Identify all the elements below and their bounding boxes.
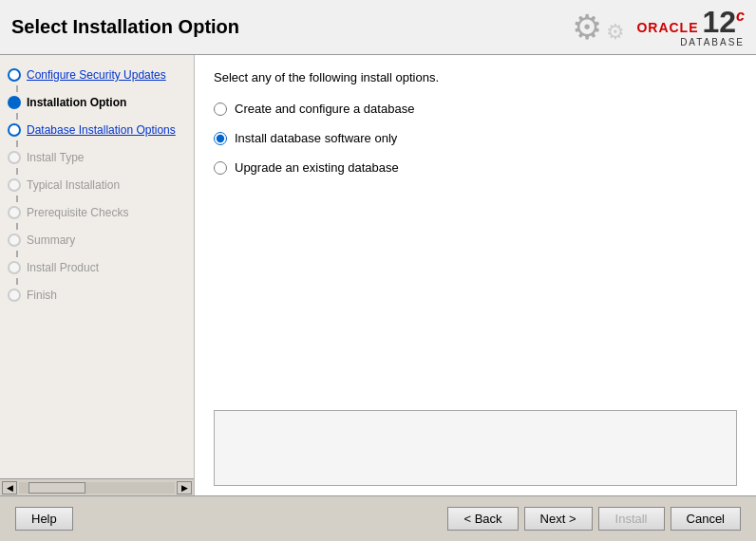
- install-options-group: Create and configure a databaseInstall d…: [214, 102, 737, 175]
- oracle-brand: ORACLE: [636, 20, 698, 35]
- install-button[interactable]: Install: [598, 507, 665, 531]
- back-button[interactable]: < Back: [447, 507, 518, 531]
- gear-small-icon: ⚙: [606, 22, 625, 43]
- sidebar: Configure Security UpdatesInstallation O…: [0, 55, 195, 495]
- sidebar-steps: Configure Security UpdatesInstallation O…: [0, 55, 194, 478]
- radio-input-install-software-only[interactable]: [214, 132, 227, 145]
- sidebar-item-label: Prerequisite Checks: [27, 206, 128, 219]
- footer-right: < Back Next > Install Cancel: [447, 507, 741, 531]
- step-dot: [8, 261, 21, 274]
- radio-label-upgrade-existing: Upgrade an existing database: [235, 160, 399, 175]
- step-dot: [8, 178, 21, 192]
- radio-item-upgrade-existing[interactable]: Upgrade an existing database: [214, 160, 737, 175]
- next-button[interactable]: Next >: [524, 507, 593, 531]
- sidebar-item-label: Database Installation Options: [27, 123, 176, 137]
- gear-large-icon: ⚙: [572, 10, 602, 45]
- scroll-right-arrow[interactable]: ▶: [177, 481, 192, 494]
- content-instruction: Select any of the following install opti…: [214, 70, 737, 84]
- sidebar-item-installation-option: Installation Option: [0, 92, 194, 113]
- sidebar-item-database-installation-options[interactable]: Database Installation Options: [0, 120, 194, 140]
- oracle-logo-area: ⚙ ⚙ ORACLE 12c DATABASE: [572, 7, 745, 47]
- sidebar-item-typical-installation: Typical Installation: [0, 175, 194, 196]
- sidebar-item-configure-security[interactable]: Configure Security Updates: [0, 65, 194, 85]
- radio-label-create-configure: Create and configure a database: [235, 102, 414, 116]
- sidebar-item-finish: Finish: [0, 285, 194, 306]
- sidebar-scrollbar[interactable]: ◀ ▶: [0, 478, 194, 495]
- sidebar-item-label: Configure Security Updates: [27, 68, 166, 82]
- footer-left: Help: [15, 507, 73, 531]
- radio-label-install-software-only: Install database software only: [235, 131, 397, 145]
- radio-input-upgrade-existing[interactable]: [214, 161, 227, 175]
- content-description-box: [214, 410, 737, 486]
- sidebar-item-summary: Summary: [0, 230, 194, 251]
- step-dot: [8, 206, 21, 219]
- sidebar-item-label: Installation Option: [27, 96, 126, 109]
- sidebar-item-label: Finish: [27, 289, 57, 302]
- radio-input-create-configure[interactable]: [214, 103, 227, 116]
- sidebar-item-prerequisite-checks: Prerequisite Checks: [0, 202, 194, 223]
- step-dot: [8, 151, 21, 164]
- header: Select Installation Option ⚙ ⚙ ORACLE 12…: [0, 0, 756, 55]
- radio-item-install-software-only[interactable]: Install database software only: [214, 131, 737, 145]
- sidebar-item-label: Summary: [27, 233, 75, 247]
- step-dot: [8, 68, 21, 82]
- step-dot: [8, 123, 21, 137]
- footer: Help < Back Next > Install Cancel: [0, 495, 756, 541]
- sidebar-item-install-type: Install Type: [0, 147, 194, 168]
- sidebar-item-install-product: Install Product: [0, 257, 194, 278]
- radio-item-create-configure[interactable]: Create and configure a database: [214, 102, 737, 116]
- content-area: Select any of the following install opti…: [195, 55, 756, 495]
- sidebar-item-label: Install Product: [27, 261, 99, 274]
- step-dot: [8, 96, 21, 109]
- sidebar-item-label: Typical Installation: [27, 178, 120, 192]
- step-dot: [8, 233, 21, 247]
- scroll-thumb[interactable]: [28, 482, 85, 494]
- page-title: Select Installation Option: [11, 16, 239, 38]
- help-button[interactable]: Help: [15, 507, 73, 531]
- oracle-database-label: DATABASE: [680, 37, 745, 47]
- oracle-version: 12c: [703, 7, 746, 37]
- step-dot: [8, 289, 21, 302]
- scroll-track[interactable]: [19, 482, 175, 494]
- cancel-button[interactable]: Cancel: [671, 507, 741, 531]
- scroll-left-arrow[interactable]: ◀: [2, 481, 17, 494]
- main-area: Configure Security UpdatesInstallation O…: [0, 55, 756, 495]
- sidebar-item-label: Install Type: [27, 151, 84, 164]
